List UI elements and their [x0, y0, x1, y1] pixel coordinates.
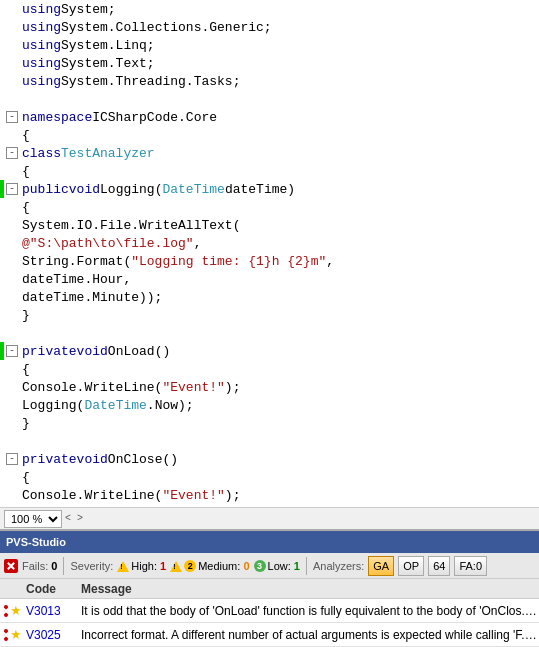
code-content[interactable]: using System;using System.Collections.Ge… — [18, 0, 539, 507]
expand-collapse-btn[interactable]: - — [6, 183, 18, 195]
code-line: using System.Text; — [22, 54, 539, 72]
fails-label: Fails: 0 — [22, 560, 57, 572]
token: ); — [225, 380, 241, 395]
token: Console.WriteLine( — [22, 488, 162, 503]
code-container: ----- using System;using System.Collecti… — [0, 0, 539, 507]
code-line: namespace ICSharpCode.Core — [22, 108, 539, 126]
low-item: 3 Low: 1 — [254, 560, 300, 572]
token: , — [194, 236, 202, 251]
low-count: 1 — [294, 560, 300, 572]
pvs-table-header: Code Message — [0, 579, 539, 599]
token: "Event!" — [162, 380, 224, 395]
token: } — [22, 416, 30, 431]
scroll-right-btn[interactable]: > — [74, 513, 86, 524]
analyzers-label: Analyzers: — [313, 560, 364, 572]
expand-collapse-btn[interactable]: - — [6, 111, 18, 123]
btn-op[interactable]: OP — [398, 556, 424, 576]
star-icon[interactable]: ★ — [10, 603, 22, 618]
code-line: @"S:\path\to\file.log", — [22, 234, 539, 252]
token: DateTime — [162, 182, 224, 197]
zoom-select[interactable]: 100 % — [4, 510, 62, 528]
high-item: ! High: 1 — [117, 560, 166, 572]
margin-cell — [0, 126, 18, 144]
token: Logging( — [22, 398, 84, 413]
error-icon — [4, 559, 18, 573]
message-cell: It is odd that the body of 'OnLoad' func… — [77, 604, 539, 618]
token: namespace — [22, 110, 92, 125]
token: class — [22, 146, 61, 161]
code-line: using System.Linq; — [22, 36, 539, 54]
code-line — [22, 432, 539, 450]
expand-collapse-btn[interactable]: - — [6, 453, 18, 465]
margin-cell — [0, 414, 18, 432]
green-bar — [0, 342, 4, 360]
pvs-title-bar: PVS-Studio — [0, 531, 539, 553]
message-cell: Incorrect format. A different number of … — [77, 628, 539, 642]
margin-cell — [0, 252, 18, 270]
code-line — [22, 324, 539, 342]
margin-cell: - — [0, 342, 18, 360]
token: using — [22, 20, 61, 35]
token: public — [22, 182, 69, 197]
margin-cell: - — [0, 180, 18, 198]
separator-1 — [63, 557, 64, 575]
green-bar — [0, 180, 4, 198]
token: , — [326, 254, 334, 269]
margin-cell: - — [0, 108, 18, 126]
margin-cell — [0, 378, 18, 396]
btn-ga[interactable]: GA — [368, 556, 394, 576]
code-line: { — [22, 162, 539, 180]
medium-label: Medium: — [198, 560, 240, 572]
code-line: public void Logging(DateTime dateTime) — [22, 180, 539, 198]
high-count: 1 — [160, 560, 166, 572]
scroll-left-btn[interactable]: < — [62, 513, 74, 524]
margin-cell — [0, 324, 18, 342]
margin-cell — [0, 216, 18, 234]
code-line: using System.Threading.Tasks; — [22, 72, 539, 90]
table-row[interactable]: ★V3013It is odd that the body of 'OnLoad… — [0, 599, 539, 623]
pvs-table: Code Message ★V3013It is odd that the bo… — [0, 579, 539, 647]
token: String.Format( — [22, 254, 131, 269]
token: { — [22, 164, 30, 179]
pvs-rows: ★V3013It is odd that the body of 'OnLoad… — [0, 599, 539, 647]
code-line: String.Format("Logging time: {1}h {2}m", — [22, 252, 539, 270]
code-link[interactable]: V3025 — [26, 628, 61, 642]
token: void — [69, 182, 100, 197]
token: { — [22, 362, 30, 377]
table-row[interactable]: ★V3025Incorrect format. A different numb… — [0, 623, 539, 647]
btn-fa[interactable]: FA:0 — [454, 556, 487, 576]
code-line: dateTime.Minute)); — [22, 288, 539, 306]
token: System.Collections.Generic; — [61, 20, 272, 35]
token: dateTime.Hour, — [22, 272, 131, 287]
code-line: } — [22, 414, 539, 432]
error-row-icon — [4, 629, 8, 641]
token: using — [22, 74, 61, 89]
btn-64[interactable]: 64 — [428, 556, 450, 576]
star-cell: ★ — [0, 627, 22, 642]
token: "Event!" — [162, 488, 224, 503]
margin-cell — [0, 306, 18, 324]
token: void — [77, 344, 108, 359]
margin-cell — [0, 288, 18, 306]
severity-label: Severity: — [70, 560, 113, 572]
code-line — [22, 90, 539, 108]
token: using — [22, 2, 61, 17]
token: System.Linq; — [61, 38, 155, 53]
token: @"S:\path\to\file.log" — [22, 236, 194, 251]
star-icon[interactable]: ★ — [10, 627, 22, 642]
token: using — [22, 38, 61, 53]
token: Logging( — [100, 182, 162, 197]
margin-cell — [0, 468, 18, 486]
expand-collapse-btn[interactable]: - — [6, 345, 18, 357]
separator-2 — [306, 557, 307, 575]
expand-collapse-btn[interactable]: - — [6, 147, 18, 159]
code-line: Console.WriteLine("Event!"); — [22, 486, 539, 504]
editor-area: ----- using System;using System.Collecti… — [0, 0, 539, 529]
code-cell: V3013 — [22, 604, 77, 618]
high-label: High: — [131, 560, 157, 572]
code-link[interactable]: V3013 — [26, 604, 61, 618]
code-line: { — [22, 468, 539, 486]
pvs-toolbar: Fails: 0 Severity: ! High: 1 ! 2 Medium:… — [0, 553, 539, 579]
margin-cell — [0, 360, 18, 378]
code-line: Console.WriteLine("Event!"); — [22, 378, 539, 396]
